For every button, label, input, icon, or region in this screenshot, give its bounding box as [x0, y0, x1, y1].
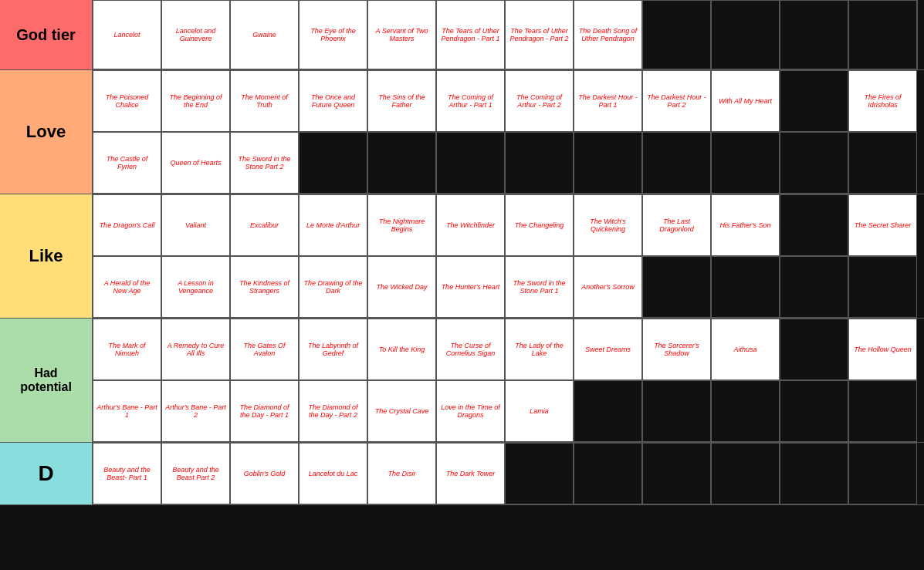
list-item: The Dark Tower — [436, 443, 505, 504]
d-tier-cells: Beauty and the Beast- Part 1Beauty and t… — [93, 443, 924, 504]
list-item: Beauty and the Beast Part 2 — [161, 443, 230, 504]
list-item: The Sword in the Stone Part 1 — [505, 256, 574, 318]
list-item: The Dragon's Call — [93, 194, 161, 256]
list-item — [848, 256, 917, 318]
list-item: The Hollow Queen — [848, 319, 917, 380]
like-tier-label: Like — [0, 194, 93, 318]
list-item: A Remedy to Cure All Ills — [161, 319, 230, 380]
list-item: Sweet Dreams — [574, 319, 642, 380]
list-item: The Last Dragonlord — [642, 194, 711, 256]
list-item: The Sins of the Father — [367, 70, 436, 132]
list-item: Lancelot and Guinevere — [161, 0, 230, 69]
list-item: Arthur's Bane - Part 2 — [161, 380, 230, 442]
list-item — [642, 132, 711, 194]
list-item: Arthur's Bane - Part 1 — [93, 380, 161, 442]
list-item: To Kill the King — [367, 319, 436, 380]
list-item: The Beginning of the End — [161, 70, 230, 132]
love-tier-label: Love — [0, 70, 93, 194]
list-item: Love in the Time of Dragons — [436, 380, 505, 442]
list-item — [436, 132, 505, 194]
list-item — [642, 380, 711, 442]
list-item: The Mark of Nimueh — [93, 319, 161, 380]
list-item: Beauty and the Beast- Part 1 — [93, 443, 161, 504]
list-item: The Sword in the Stone Part 2 — [230, 132, 299, 194]
list-item: The Diamond of the Day - Part 2 — [299, 380, 367, 442]
list-item — [505, 443, 574, 504]
list-item — [711, 443, 780, 504]
list-item: The Eye of the Phoenix — [299, 0, 367, 69]
list-item: The Darkest Hour - Part 1 — [574, 70, 642, 132]
list-item: The Drawing of the Dark — [299, 256, 367, 318]
list-item — [780, 443, 848, 504]
list-item: The Coming of Arthur - Part 1 — [436, 70, 505, 132]
list-item: Queen of Hearts — [161, 132, 230, 194]
list-item: The Kindness of Strangers — [230, 256, 299, 318]
had-potential-tier-cells: The Mark of NimuehA Remedy to Cure All I… — [93, 319, 924, 442]
list-item: The Castle of Fyrien — [93, 132, 161, 194]
list-item — [780, 0, 848, 69]
list-item — [574, 132, 642, 194]
list-item — [574, 380, 642, 442]
list-item — [642, 256, 711, 318]
list-item: Gwaine — [230, 0, 299, 69]
list-item: A Herald of the New Age — [93, 256, 161, 318]
list-item: The Labyrinth of Gedref — [299, 319, 367, 380]
list-item: A Servant of Two Masters — [367, 0, 436, 69]
list-item: The Nightmare Begins — [367, 194, 436, 256]
list-item — [711, 0, 780, 69]
list-item: The Curse of Cornelius Sigan — [436, 319, 505, 380]
list-item — [780, 256, 848, 318]
list-item: The Secret Sharer — [848, 194, 917, 256]
list-item: The Poisoned Chalice — [93, 70, 161, 132]
list-item — [299, 132, 367, 194]
list-item: The Moment of Truth — [230, 70, 299, 132]
list-item — [780, 70, 848, 132]
list-item: Lamia — [505, 380, 574, 442]
list-item — [780, 380, 848, 442]
list-item — [848, 443, 917, 504]
list-item: Valiant — [161, 194, 230, 256]
list-item — [505, 132, 574, 194]
list-item: With All My Heart — [711, 70, 780, 132]
logo-container: TiERMAKER — [917, 0, 924, 69]
love-tier-cells: The Poisoned ChaliceThe Beginning of the… — [93, 70, 924, 194]
list-item — [642, 0, 711, 69]
list-item: The Changeling — [505, 194, 574, 256]
list-item: The Hunter's Heart — [436, 256, 505, 318]
god-tier-label: God tier — [0, 0, 93, 69]
list-item: Another's Sorrow — [574, 256, 642, 318]
d-tier-label: D — [0, 443, 93, 504]
list-item: The Death Song of Uther Pendragon — [574, 0, 642, 69]
list-item — [711, 256, 780, 318]
list-item — [848, 132, 917, 194]
list-item — [711, 132, 780, 194]
list-item — [780, 132, 848, 194]
god-tier-cells: LancelotLancelot and GuinevereGwaineThe … — [93, 0, 924, 69]
list-item: A Lesson in Vengeance — [161, 256, 230, 318]
list-item: The Tears of Uther Pendragon - Part 1 — [436, 0, 505, 69]
list-item — [642, 443, 711, 504]
list-item: Goblin's Gold — [230, 443, 299, 504]
list-item — [848, 380, 917, 442]
list-item — [367, 132, 436, 194]
list-item — [711, 380, 780, 442]
list-item: Lancelot — [93, 0, 161, 69]
list-item: The Tears of Uther Pendragon - Part 2 — [505, 0, 574, 69]
list-item: The Diamond of the Day - Part 1 — [230, 380, 299, 442]
list-item: Le Morte d'Arthur — [299, 194, 367, 256]
list-item: The Darkest Hour - Part 2 — [642, 70, 711, 132]
list-item: The Wicked Day — [367, 256, 436, 318]
list-item — [780, 319, 848, 380]
list-item: The Fires of Idrisholas — [848, 70, 917, 132]
list-item: The Once and Future Queen — [299, 70, 367, 132]
list-item: The Coming of Arthur - Part 2 — [505, 70, 574, 132]
list-item: Excalibur — [230, 194, 299, 256]
list-item: The Witch's Quickening — [574, 194, 642, 256]
had-potential-tier-label: Had potential — [0, 319, 93, 442]
list-item: The Sorcerer's Shadow — [642, 319, 711, 380]
list-item: The Disir — [367, 443, 436, 504]
list-item — [574, 443, 642, 504]
like-tier-cells: The Dragon's CallValiantExcaliburLe Mort… — [93, 194, 924, 318]
list-item: The Lady of the Lake — [505, 319, 574, 380]
list-item: His Father's Son — [711, 194, 780, 256]
